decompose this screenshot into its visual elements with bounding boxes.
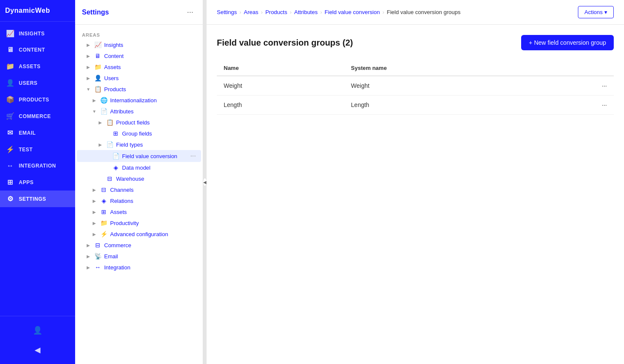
sidebar-header-actions: ··· <box>184 7 196 17</box>
breadcrumb-sep-5: › <box>382 9 384 15</box>
column-system-name: System name <box>344 61 540 76</box>
tree-item-internationalization[interactable]: ▶ 🌐 Internationalization <box>77 95 201 106</box>
attributes-tree-icon: 📄 <box>100 108 108 115</box>
row-actions-2[interactable]: ··· <box>540 95 614 115</box>
tree-item-advanced-config[interactable]: ▶ ⚡ Advanced configuration <box>77 228 201 240</box>
breadcrumb-link-1[interactable]: Areas <box>244 9 258 15</box>
tree-item-productivity[interactable]: ▶ 📁 Productivity <box>77 217 201 228</box>
relations-tree-icon: ◈ <box>100 197 108 204</box>
main-content: Settings›Areas›Products›Attributes›Field… <box>207 0 624 364</box>
breadcrumb-link-3[interactable]: Attributes <box>294 9 318 15</box>
breadcrumb-actions: Actions ▾ <box>578 6 614 18</box>
apps-icon: ⊞ <box>6 178 15 186</box>
cell-system-name-2: Length <box>344 95 540 115</box>
tree-item-attributes[interactable]: ▼ 📄 Attributes <box>77 106 201 117</box>
table-row[interactable]: Weight Weight ··· <box>217 76 614 95</box>
chevron-advanced-config-icon: ▶ <box>91 232 97 237</box>
table-row[interactable]: Length Length ··· <box>217 95 614 115</box>
assets-tree-icon: 📁 <box>94 64 102 70</box>
profile-button[interactable]: 👤 <box>0 321 75 339</box>
tree-item-data-model[interactable]: ◈ Data model <box>77 162 201 173</box>
tree-item-relations[interactable]: ▶ ◈ Relations <box>77 195 201 206</box>
insights-tree-icon: 📈 <box>94 41 102 48</box>
nav-item-label-users: USERS <box>19 80 38 86</box>
chevron-assets-icon: ▶ <box>85 65 91 69</box>
app-logo: DynamicWeb <box>0 0 75 22</box>
table-header-row: Name System name <box>217 61 614 76</box>
tree-label-field-types: Field types <box>116 142 198 148</box>
row-actions-1[interactable]: ··· <box>540 76 614 95</box>
nav-item-label-products: PRODUCTS <box>19 97 49 103</box>
breadcrumb-sep-2: › <box>261 9 262 15</box>
tree-item-channels[interactable]: ▶ ⊟ Channels <box>77 184 201 195</box>
tree-label-relations: Relations <box>110 198 198 204</box>
tree-item-integration[interactable]: ▶ ↔ Integration <box>77 262 201 273</box>
settings-icon: ⚙ <box>6 195 15 203</box>
sidebar-title: Settings <box>82 9 109 16</box>
tree-item-group-fields[interactable]: ⊞ Group fields <box>77 128 201 139</box>
tree-item-more-field-value-conversion[interactable]: ··· <box>189 152 198 160</box>
new-field-conversion-group-button[interactable]: + New field conversion group <box>521 35 614 50</box>
chevron-products-icon: ▼ <box>85 87 91 92</box>
tree-label-users: Users <box>104 75 198 81</box>
productivity-tree-icon: 📁 <box>100 220 108 226</box>
sidebar-header: Settings ··· <box>75 0 203 25</box>
nav-item-commerce[interactable]: 🛒 COMMERCE <box>0 108 75 124</box>
left-navigation: DynamicWeb 📈 INSIGHTS🖥 CONTENT📁 ASSETS👤 … <box>0 0 75 364</box>
tree-label-productivity: Productivity <box>110 220 198 226</box>
nav-items-list: 📈 INSIGHTS🖥 CONTENT📁 ASSETS👤 USERS📦 PROD… <box>0 22 75 316</box>
chevron-commerce-icon: ▶ <box>85 243 91 248</box>
breadcrumb-link-4[interactable]: Field value conversion <box>325 9 380 15</box>
breadcrumb-link-2[interactable]: Products <box>265 9 287 15</box>
nav-item-label-email: EMAIL <box>19 130 36 136</box>
tree-label-data-model: Data model <box>122 165 198 171</box>
nav-item-label-commerce: COMMERCE <box>19 113 51 119</box>
sidebar-more-button[interactable]: ··· <box>184 7 196 17</box>
warehouse-tree-icon: ⊟ <box>106 175 114 182</box>
actions-button[interactable]: Actions ▾ <box>578 6 614 18</box>
nav-item-email[interactable]: ✉ EMAIL <box>0 124 75 141</box>
content-icon: 🖥 <box>6 46 15 54</box>
breadcrumb-current: Field value conversion groups <box>387 9 461 15</box>
nav-bottom-section: 👤 ◀ <box>0 316 75 364</box>
tree-item-users[interactable]: ▶ 👤 Users <box>77 72 201 84</box>
tree-item-products[interactable]: ▼ 📋 Products <box>77 84 201 95</box>
chevron-assets2-icon: ▶ <box>91 210 97 214</box>
tree-item-content[interactable]: ▶ 🖥 Content <box>77 50 201 61</box>
chevron-users-icon: ▶ <box>85 76 91 81</box>
tree-label-product-fields: Product fields <box>116 119 198 126</box>
sidebar-divider[interactable]: ◀ <box>203 0 207 364</box>
nav-item-settings[interactable]: ⚙ SETTINGS <box>0 191 75 207</box>
tree-item-field-value-conversion[interactable]: 📄 Field value conversion ··· <box>77 150 201 162</box>
tree-label-products: Products <box>104 86 198 92</box>
column-actions <box>540 61 614 76</box>
content-header: Field value conversion groups (2) + New … <box>217 35 614 50</box>
tree-item-insights[interactable]: ▶ 📈 Insights <box>77 39 201 50</box>
nav-item-apps[interactable]: ⊞ APPS <box>0 174 75 191</box>
tree-item-product-fields[interactable]: ▶ 📋 Product fields <box>77 117 201 128</box>
tree-item-warehouse[interactable]: ⊟ Warehouse <box>77 173 201 184</box>
nav-item-test[interactable]: ⚡ TEST <box>0 141 75 158</box>
integration-icon: ↔ <box>6 162 15 170</box>
collapse-nav-button[interactable]: ◀ <box>0 341 75 359</box>
tree-item-assets[interactable]: ▶ 📁 Assets <box>77 61 201 72</box>
breadcrumb-sep-3: › <box>290 9 292 15</box>
nav-item-insights[interactable]: 📈 INSIGHTS <box>0 25 75 42</box>
chevron-channels-icon: ▶ <box>91 188 97 192</box>
nav-item-assets[interactable]: 📁 ASSETS <box>0 58 75 75</box>
field-types-tree-icon: 📄 <box>106 141 114 148</box>
chevron-internationalization-icon: ▶ <box>91 98 97 103</box>
breadcrumb-link-0[interactable]: Settings <box>217 9 237 15</box>
nav-item-label-test: TEST <box>19 147 33 153</box>
nav-item-integration[interactable]: ↔ INTEGRATION <box>0 158 75 174</box>
tree-label-internationalization: Internationalization <box>110 97 198 104</box>
nav-item-label-content: CONTENT <box>19 47 45 53</box>
tree-item-field-types[interactable]: ▶ 📄 Field types <box>77 139 201 150</box>
nav-item-users[interactable]: 👤 USERS <box>0 75 75 91</box>
tree-item-assets2[interactable]: ▶ ⊞ Assets <box>77 206 201 217</box>
tree-item-commerce[interactable]: ▶ ⊟ Commerce <box>77 240 201 251</box>
nav-item-products[interactable]: 📦 PRODUCTS <box>0 91 75 108</box>
tree-item-email[interactable]: ▶ 📡 Email <box>77 251 201 262</box>
chevron-field-types-icon: ▶ <box>97 142 103 147</box>
nav-item-content[interactable]: 🖥 CONTENT <box>0 42 75 58</box>
